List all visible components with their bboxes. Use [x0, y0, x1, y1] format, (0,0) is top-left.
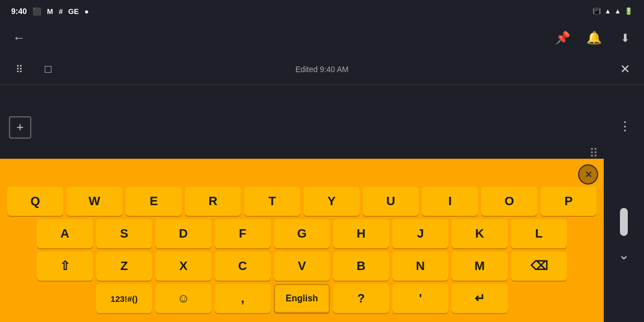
card-view-button[interactable]: □ [38, 59, 58, 79]
key-space[interactable]: English [274, 284, 330, 313]
key-h[interactable]: H [333, 219, 389, 248]
status-bar: 9:40 ⬛ M # GE ● 📳 ▲ ▲ 🔋 [0, 0, 644, 22]
key-apostrophe[interactable]: ' [392, 284, 448, 313]
keyboard-close-button[interactable]: ✕ [578, 164, 598, 184]
keyboard-grid-button[interactable]: ⠿ [589, 146, 598, 161]
keyboard-grid-icon: ⠿ [589, 146, 598, 160]
edit-timestamp: Edited 9:40 AM [296, 65, 349, 74]
key-j[interactable]: J [392, 219, 448, 248]
key-y[interactable]: Y [304, 187, 359, 216]
key-enter[interactable]: ↵ [452, 284, 508, 313]
bell-plus-icon: 🔔 [586, 31, 602, 45]
keyboard-row-3: ⇧ Z X C V B N M ⌫ [3, 252, 600, 281]
key-c[interactable]: C [215, 252, 271, 281]
pin-button[interactable]: 📌 [552, 28, 572, 48]
toolbar-left: ← [9, 28, 29, 48]
key-i[interactable]: I [422, 187, 478, 216]
key-u[interactable]: U [363, 187, 419, 216]
keyboard-row-1: Q W E R T Y U I O P [3, 187, 600, 216]
key-a[interactable]: A [37, 219, 93, 248]
key-question[interactable]: ? [333, 284, 389, 313]
add-note-button[interactable]: + [9, 116, 31, 139]
signal-icon: ▲ [614, 7, 621, 15]
collapse-keyboard-button[interactable]: ⌄ [618, 247, 629, 263]
secondary-right: ✕ [615, 59, 635, 79]
status-icons-right: 📳 ▲ ▲ 🔋 [593, 7, 633, 15]
grid-icon: ⠿ [16, 63, 23, 75]
status-icon-camera: ⬛ [32, 7, 41, 16]
backspace-icon: ⌫ [531, 259, 548, 273]
toolbar-right: 📌 🔔 ⬇ [552, 28, 635, 48]
alert-add-button[interactable]: 🔔 [584, 28, 604, 48]
key-v[interactable]: V [274, 252, 330, 281]
keyboard-area: ✕ Q W E R T Y U I O P A S D F G H J K L … [0, 159, 604, 322]
key-p[interactable]: P [541, 187, 596, 216]
enter-icon: ↵ [475, 291, 485, 306]
close-icon: ✕ [620, 62, 630, 77]
key-r[interactable]: R [185, 187, 241, 216]
battery-icon: 🔋 [624, 7, 633, 15]
key-f[interactable]: F [215, 219, 271, 248]
vibrate-icon: 📳 [593, 7, 601, 15]
keyboard-row-4: 123!#() ☺ , English ? ' ↵ [3, 284, 600, 313]
status-left: 9:40 ⬛ M # GE ● [11, 7, 89, 16]
secondary-left: ⠿ □ [9, 59, 58, 79]
emoji-icon: ☺ [177, 291, 190, 306]
back-icon: ← [13, 31, 25, 45]
key-q[interactable]: Q [7, 187, 63, 216]
shift-icon: ⇧ [60, 259, 70, 273]
right-panel: ⌄ [604, 149, 644, 322]
key-t[interactable]: T [244, 187, 300, 216]
key-s[interactable]: S [96, 219, 152, 248]
top-toolbar: ← 📌 🔔 ⬇ [0, 22, 644, 54]
chevron-down-icon: ⌄ [618, 247, 629, 262]
key-d[interactable]: D [155, 219, 211, 248]
key-m[interactable]: M [452, 252, 508, 281]
add-icon: + [17, 120, 24, 135]
keyboard-top-bar: ✕ [3, 163, 600, 187]
close-button[interactable]: ✕ [615, 59, 635, 79]
status-icon-dot: ● [84, 7, 89, 16]
more-icon: ⋮ [619, 119, 632, 134]
status-icon-mail: M [47, 7, 53, 16]
back-button[interactable]: ← [9, 28, 29, 48]
secondary-toolbar-inner: ⠿ □ Edited 9:40 AM ✕ [9, 59, 635, 79]
more-options-button[interactable]: ⋮ [615, 116, 635, 136]
key-e[interactable]: E [126, 187, 182, 216]
status-icon-slack: # [59, 7, 63, 16]
key-w[interactable]: W [67, 187, 122, 216]
key-g[interactable]: G [274, 219, 330, 248]
key-z[interactable]: Z [96, 252, 152, 281]
square-icon: □ [45, 63, 51, 75]
pin-icon: 📌 [555, 31, 570, 45]
key-b[interactable]: B [333, 252, 389, 281]
key-comma[interactable]: , [215, 284, 271, 313]
key-backspace[interactable]: ⌫ [511, 252, 567, 281]
key-numbers[interactable]: 123!#() [96, 284, 152, 313]
status-icon-news: GE [68, 7, 79, 16]
clock: 9:40 [11, 7, 27, 16]
key-shift[interactable]: ⇧ [37, 252, 93, 281]
key-l[interactable]: L [511, 219, 567, 248]
keyboard-row-2: A S D F G H J K L [3, 219, 600, 248]
key-emoji[interactable]: ☺ [155, 284, 211, 313]
archive-button[interactable]: ⬇ [615, 28, 635, 48]
key-k[interactable]: K [452, 219, 508, 248]
wifi-icon: ▲ [604, 7, 611, 15]
scroll-handle[interactable] [620, 208, 628, 236]
key-o[interactable]: O [481, 187, 537, 216]
grid-view-button[interactable]: ⠿ [9, 59, 29, 79]
keyboard-close-icon: ✕ [585, 169, 592, 180]
archive-icon: ⬇ [621, 31, 630, 45]
secondary-toolbar: ⠿ □ Edited 9:40 AM ✕ [0, 54, 644, 85]
key-n[interactable]: N [392, 252, 448, 281]
key-x[interactable]: X [155, 252, 211, 281]
